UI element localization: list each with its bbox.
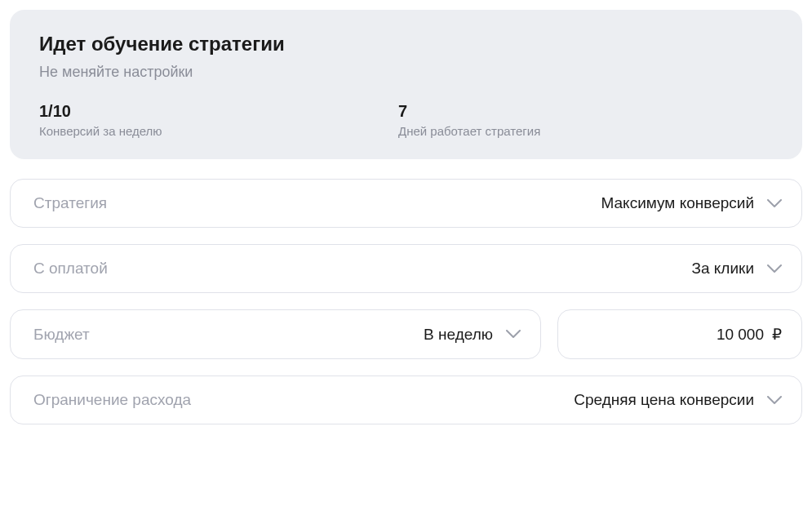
field-label: Бюджет	[33, 326, 90, 344]
stat-value: 1/10	[39, 102, 398, 121]
budget-period-select[interactable]: Бюджет В неделю	[10, 309, 541, 359]
chevron-down-icon	[506, 330, 521, 339]
field-value: Средняя цена конверсии	[574, 391, 754, 409]
stat-value: 7	[398, 102, 540, 121]
chevron-down-icon	[767, 264, 782, 273]
stat-conversions: 1/10 Конверсий за неделю	[39, 102, 398, 138]
field-value: Максимум конверсий	[601, 194, 754, 212]
field-value-wrap: В неделю	[424, 326, 521, 344]
field-value-wrap: За клики	[692, 260, 782, 278]
training-info-panel: Идет обучение стратегии Не меняйте настр…	[10, 10, 802, 159]
field-value-wrap: Максимум конверсий	[601, 194, 782, 212]
stat-label: Конверсий за неделю	[39, 124, 398, 138]
field-label: Стратегия	[33, 194, 107, 212]
panel-subtitle: Не меняйте настройки	[39, 64, 773, 81]
field-value-wrap: Средняя цена конверсии	[574, 391, 782, 409]
field-value: В неделю	[424, 326, 493, 344]
strategy-select[interactable]: Стратегия Максимум конверсий	[10, 179, 802, 228]
chevron-down-icon	[767, 396, 782, 405]
payment-select[interactable]: С оплатой За клики	[10, 244, 802, 293]
field-label: Ограничение расхода	[33, 391, 191, 409]
budget-amount-input[interactable]: 10 000 ₽	[557, 309, 802, 359]
budget-row: Бюджет В неделю 10 000 ₽	[10, 309, 802, 359]
panel-title: Идет обучение стратегии	[39, 33, 773, 56]
stat-days: 7 Дней работает стратегия	[398, 102, 540, 138]
chevron-down-icon	[767, 199, 782, 208]
stats-row: 1/10 Конверсий за неделю 7 Дней работает…	[39, 102, 773, 138]
stat-label: Дней работает стратегия	[398, 124, 540, 138]
currency-symbol: ₽	[772, 325, 782, 344]
spend-limit-select[interactable]: Ограничение расхода Средняя цена конверс…	[10, 375, 802, 424]
amount-value: 10 000	[717, 326, 764, 344]
field-value: За клики	[692, 260, 754, 278]
field-label: С оплатой	[33, 260, 108, 278]
